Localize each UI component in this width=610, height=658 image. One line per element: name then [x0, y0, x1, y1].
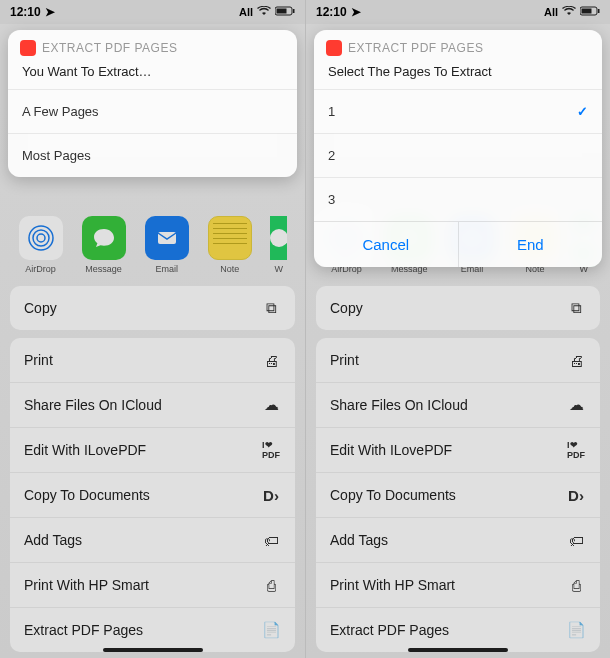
status-time: 12:10 [316, 5, 347, 19]
page-option-1[interactable]: 1 ✓ [314, 89, 602, 133]
action-copy-docs[interactable]: Copy To Documents D› [10, 473, 295, 518]
action-print[interactable]: Print 🖨 [10, 338, 295, 383]
action-label: Share Files On ICloud [330, 397, 468, 413]
action-label: Share Files On ICloud [24, 397, 162, 413]
action-print[interactable]: Print 🖨 [316, 338, 600, 383]
action-ilovepdf[interactable]: Edit With ILovePDF I❤PDF [10, 428, 295, 473]
battery-icon [275, 6, 295, 18]
print-icon: 🖨 [566, 350, 586, 370]
action-share-icloud[interactable]: Share Files On ICloud ☁ [10, 383, 295, 428]
actions-panel: Print 🖨 Share Files On ICloud ☁ Edit Wit… [316, 338, 600, 652]
end-button[interactable]: End [458, 222, 603, 267]
option-few-pages[interactable]: A Few Pages [8, 89, 297, 133]
location-icon: ➤ [45, 5, 55, 19]
action-copy[interactable]: Copy ⧉ [10, 286, 295, 330]
mail-icon [145, 216, 189, 260]
app-label: Email [155, 264, 178, 274]
status-bar: 12:10 ➤ All [0, 0, 305, 24]
page-number: 1 [328, 104, 335, 119]
edit-actions[interactable]: Edit Actions… [0, 652, 305, 658]
home-indicator[interactable] [408, 648, 508, 652]
tag-icon: 🏷 [566, 530, 586, 550]
action-share-icloud[interactable]: Share Files On ICloud ☁ [316, 383, 600, 428]
svg-point-4 [33, 230, 49, 246]
action-label: Edit With ILovePDF [24, 442, 146, 458]
message-icon [82, 216, 126, 260]
popup-select-pages: EXTRACT PDF PAGES Select The Pages To Ex… [314, 30, 602, 267]
printer-icon: ⎙ [566, 575, 586, 595]
copy-icon: ⧉ [566, 298, 586, 318]
action-label: Print [24, 352, 53, 368]
svg-rect-9 [582, 9, 592, 14]
app-label: W [274, 264, 283, 274]
checkmark-icon: ✓ [577, 104, 588, 119]
pdf-icon: I❤PDF [566, 440, 586, 460]
app-label: Message [85, 264, 122, 274]
action-label: Edit With ILovePDF [330, 442, 452, 458]
page-number: 3 [328, 192, 335, 207]
popup-extract-mode: EXTRACT PDF PAGES You Want To Extract… A… [8, 30, 297, 177]
app-label: AirDrop [25, 264, 56, 274]
action-label: Copy [24, 300, 57, 316]
popup-title: EXTRACT PDF PAGES [42, 41, 177, 55]
app-label: Note [220, 264, 239, 274]
svg-rect-1 [277, 9, 287, 14]
option-label: Most Pages [22, 148, 91, 163]
app-airdrop[interactable]: AirDrop [18, 216, 63, 274]
airdrop-icon [19, 216, 63, 260]
page-option-2[interactable]: 2 [314, 133, 602, 177]
whatsapp-icon [270, 216, 287, 260]
page-option-3[interactable]: 3 [314, 177, 602, 221]
tag-icon: 🏷 [261, 530, 281, 550]
svg-point-7 [270, 229, 287, 247]
action-copy-docs[interactable]: Copy To Documents D› [316, 473, 600, 518]
action-hp-smart[interactable]: Print With HP Smart ⎙ [10, 563, 295, 608]
action-add-tags[interactable]: Add Tags 🏷 [316, 518, 600, 563]
action-label: Add Tags [24, 532, 82, 548]
popup-subtitle: You Want To Extract… [8, 62, 297, 89]
edit-actions[interactable]: Edit Actions… [306, 652, 610, 658]
cancel-button[interactable]: Cancel [314, 222, 458, 267]
option-most-pages[interactable]: Most Pages [8, 133, 297, 177]
popup-subtitle: Select The Pages To Extract [314, 62, 602, 89]
app-note[interactable]: Note [207, 216, 252, 274]
battery-icon [580, 6, 600, 18]
icloud-icon: ☁ [566, 395, 586, 415]
svg-rect-6 [158, 232, 176, 244]
action-label: Extract PDF Pages [24, 622, 143, 638]
option-label: A Few Pages [22, 104, 99, 119]
shortcut-icon [326, 40, 342, 56]
print-icon: 🖨 [261, 350, 281, 370]
printer-icon: ⎙ [261, 575, 281, 595]
svg-point-3 [37, 234, 45, 242]
icloud-icon: ☁ [261, 395, 281, 415]
phone-right: 12:10 ➤ All AirDrop [305, 0, 610, 658]
action-add-tags[interactable]: Add Tags 🏷 [10, 518, 295, 563]
app-message[interactable]: Message [81, 216, 126, 274]
action-label: Copy [330, 300, 363, 316]
phone-left: 12:10 ➤ All AirDrop [0, 0, 305, 658]
documents-icon: D› [261, 485, 281, 505]
action-ilovepdf[interactable]: Edit With ILovePDF I❤PDF [316, 428, 600, 473]
extract-icon: 📄 [566, 620, 586, 640]
action-copy[interactable]: Copy ⧉ [316, 286, 600, 330]
action-extract-pdf[interactable]: Extract PDF Pages 📄 [316, 608, 600, 652]
documents-icon: D› [566, 485, 586, 505]
app-row: AirDrop Message Email Note [0, 204, 305, 278]
action-hp-smart[interactable]: Print With HP Smart ⎙ [316, 563, 600, 608]
app-whatsapp[interactable]: W [270, 216, 287, 274]
action-extract-pdf[interactable]: Extract PDF Pages 📄 [10, 608, 295, 652]
notes-icon [208, 216, 252, 260]
extract-icon: 📄 [261, 620, 281, 640]
shortcut-icon [20, 40, 36, 56]
home-indicator[interactable] [103, 648, 203, 652]
action-label: Copy To Documents [330, 487, 456, 503]
action-label: Extract PDF Pages [330, 622, 449, 638]
actions-panel: Print 🖨 Share Files On ICloud ☁ Edit Wit… [10, 338, 295, 652]
status-carrier: All [544, 6, 558, 18]
location-icon: ➤ [351, 5, 361, 19]
app-email[interactable]: Email [144, 216, 189, 274]
action-label: Print [330, 352, 359, 368]
svg-rect-10 [598, 9, 600, 13]
pdf-icon: I❤PDF [261, 440, 281, 460]
